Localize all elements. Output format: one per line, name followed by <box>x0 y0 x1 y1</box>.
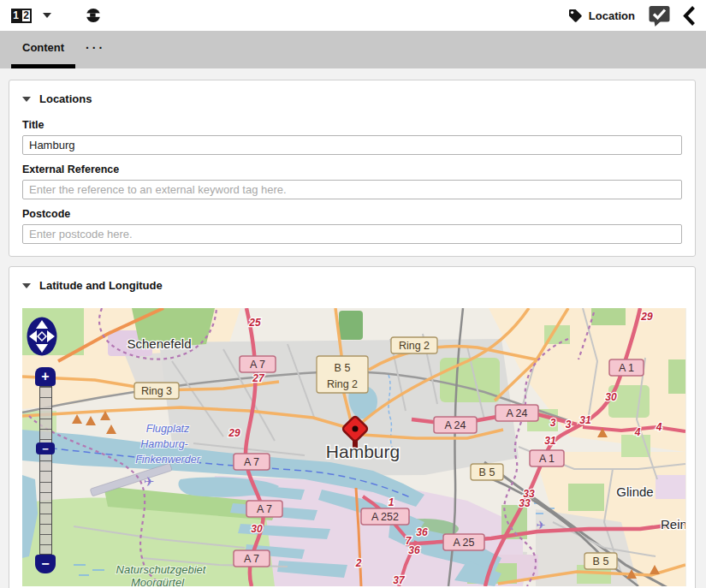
map-label-nature-1: Naturschutzgebiet <box>116 563 207 576</box>
shield-a24-1: A 24 <box>434 417 477 433</box>
shield-b5-ring2: B 5 Ring 2 <box>317 356 368 393</box>
svg-text:31: 31 <box>579 414 591 426</box>
collapse-panel-chevron-icon[interactable] <box>683 6 695 26</box>
svg-text:31: 31 <box>544 435 556 447</box>
map-label-glinde: Glinde <box>616 484 653 499</box>
svg-text:1: 1 <box>389 496 395 508</box>
svg-text:3: 3 <box>550 417 556 429</box>
approve-comment-icon[interactable] <box>649 5 670 27</box>
map-label-airfield-3: Finkenwerder <box>135 454 201 466</box>
form-content: Locations Title External Reference Postc… <box>0 68 706 588</box>
zoom-slider-handle[interactable]: − <box>36 442 55 454</box>
collapse-triangle-icon <box>22 283 31 288</box>
external-reference-label: External Reference <box>22 163 682 175</box>
svg-text:4: 4 <box>656 421 662 433</box>
tab-bar: Content ··· <box>0 31 706 68</box>
svg-text:A 7: A 7 <box>244 553 259 565</box>
svg-text:A 24: A 24 <box>506 407 527 419</box>
tab-content[interactable]: Content <box>11 31 75 68</box>
zoom-out-button[interactable]: − <box>35 555 56 573</box>
external-reference-input[interactable] <box>22 180 682 199</box>
shield-b5-south: B 5 <box>584 553 617 569</box>
locations-section-header[interactable]: Locations <box>9 80 695 110</box>
map-canvas[interactable]: ✈ ✈ A 7 A 7 A 7 A 7 A 1 A 1 A 24 A 24 A … <box>22 308 686 586</box>
locations-panel: Locations Title External Reference Postc… <box>9 80 696 257</box>
svg-text:B 5: B 5 <box>479 466 495 478</box>
svg-text:A 25: A 25 <box>453 537 474 549</box>
globe-layers-icon[interactable] <box>86 8 101 23</box>
map-pan-control[interactable] <box>27 317 57 356</box>
svg-text:25: 25 <box>248 317 261 329</box>
svg-text:29: 29 <box>228 427 240 439</box>
shield-a7-1: A 7 <box>240 356 276 372</box>
airplane-icon: ✈ <box>144 474 155 489</box>
svg-text:3: 3 <box>566 419 572 431</box>
shield-a252: A 252 <box>361 508 409 525</box>
svg-text:B 5: B 5 <box>335 362 351 374</box>
airplane-icon: ✈ <box>537 519 546 532</box>
tab-more[interactable]: ··· <box>75 31 116 68</box>
svg-text:A 1: A 1 <box>619 362 634 374</box>
svg-text:27: 27 <box>252 372 265 384</box>
svg-text:A 24: A 24 <box>444 419 466 431</box>
postcode-label: Postcode <box>22 208 682 220</box>
page-version-other[interactable]: 2 <box>21 9 32 23</box>
shield-a1-2: A 1 <box>530 450 564 466</box>
shield-ring3: Ring 3 <box>134 383 179 399</box>
svg-text:Ring 3: Ring 3 <box>141 385 172 397</box>
svg-text:2: 2 <box>355 557 362 569</box>
locations-fields: Title External Reference Postcode <box>9 119 695 256</box>
page-version-current[interactable]: 1 <box>11 9 21 23</box>
map-label-airfield-1: Flugplatz <box>146 423 190 435</box>
svg-text:37: 37 <box>393 574 406 586</box>
location-label: Location <box>589 9 635 22</box>
title-field-label: Title <box>22 119 682 131</box>
latlon-section-title: Latitude and Longitude <box>39 279 163 292</box>
svg-text:A 252: A 252 <box>371 511 399 523</box>
svg-text:A 7: A 7 <box>244 456 259 468</box>
svg-text:33: 33 <box>519 497 531 509</box>
svg-text:Ring 2: Ring 2 <box>327 378 358 390</box>
postcode-input[interactable] <box>22 224 682 244</box>
openstreetmap-view: ✈ ✈ A 7 A 7 A 7 A 7 A 1 A 1 A 24 A 24 A … <box>22 308 685 586</box>
map-label-nature-2: Moorgürtel <box>131 576 185 586</box>
svg-text:4: 4 <box>634 426 641 438</box>
map-label-schenefeld: Schenefeld <box>127 336 191 351</box>
svg-text:29: 29 <box>640 311 653 323</box>
map-label-hamburg: Hamburg <box>326 442 400 461</box>
top-toolbar: 1 2 Location <box>0 0 706 31</box>
svg-text:36: 36 <box>416 526 428 538</box>
title-input[interactable] <box>22 135 682 155</box>
map-label-reinbek: Reinbek <box>661 517 685 532</box>
svg-text:30: 30 <box>251 523 263 535</box>
shield-b5-mid: B 5 <box>471 464 503 480</box>
keyword-tag-icon <box>568 9 583 23</box>
svg-text:A 7: A 7 <box>257 503 272 515</box>
toolbar-right-group: Location <box>568 5 695 27</box>
svg-text:Ring 2: Ring 2 <box>399 340 430 352</box>
shield-a7-4: A 7 <box>234 550 270 567</box>
svg-text:A 7: A 7 <box>250 359 265 371</box>
latlon-section-header[interactable]: Latitude and Longitude <box>9 267 695 297</box>
svg-text:36: 36 <box>408 544 420 556</box>
shield-a24-2: A 24 <box>495 405 538 421</box>
shield-a1-1: A 1 <box>609 359 644 376</box>
svg-text:A 1: A 1 <box>539 453 555 465</box>
latlon-panel: Latitude and Longitude <box>9 266 696 588</box>
map-label-airfield-2: Hamburg- <box>140 438 188 450</box>
svg-text:B 5: B 5 <box>593 555 609 567</box>
locations-section-title: Locations <box>39 92 92 105</box>
location-keyword-button[interactable]: Location <box>568 9 635 23</box>
page-version-dropdown-caret-icon[interactable] <box>43 13 51 18</box>
shield-ring2-east: Ring 2 <box>391 337 437 353</box>
shield-a7-2: A 7 <box>234 454 270 470</box>
shield-a7-3: A 7 <box>246 501 282 517</box>
page-version-toggle[interactable]: 1 2 <box>11 9 32 23</box>
zoom-slider-track[interactable] <box>39 386 52 555</box>
zoom-in-button[interactable]: + <box>35 367 56 386</box>
shield-a25: A 25 <box>443 534 484 550</box>
svg-text:30: 30 <box>605 391 617 403</box>
collapse-triangle-icon <box>22 97 31 102</box>
